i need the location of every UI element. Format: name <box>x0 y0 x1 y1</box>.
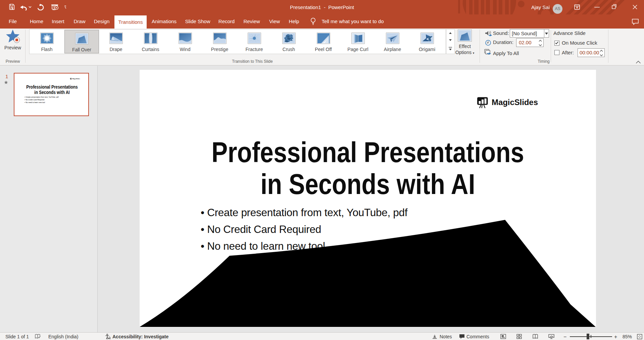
svg-text:MagicSlides: MagicSlides <box>72 78 81 80</box>
